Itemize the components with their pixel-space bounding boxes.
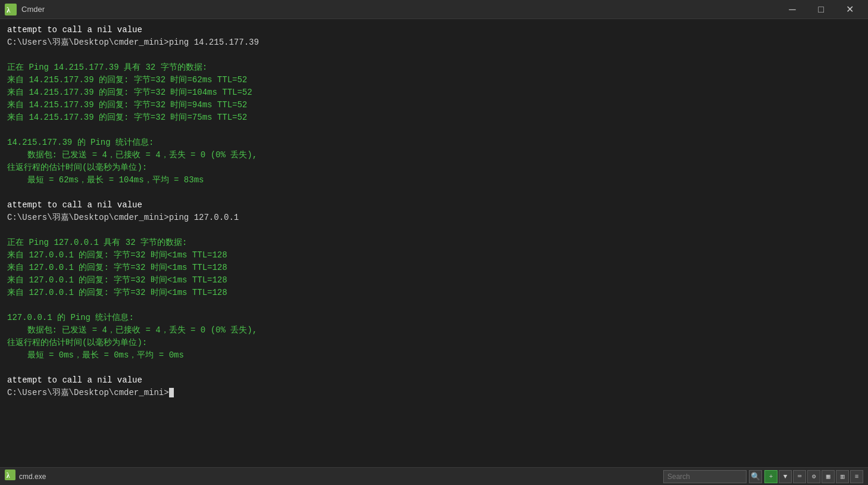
statusbar: λ cmd.exe 🔍 + ▼ ⌨ ⚙ ▦ ▥ ≡ [0,467,868,485]
terminal-line: attempt to call a nil value [7,374,861,387]
terminal-line: attempt to call a nil value [7,199,861,212]
window-controls: ─ □ ✕ [779,0,863,19]
terminal-line: C:\Users\羽嘉\Desktop\cmder_mini>ping 14.2… [7,36,861,49]
window-title: Cmder [21,5,779,14]
terminal-line: 14.215.177.39 的 Ping 统计信息: [7,136,861,149]
terminal-line [7,224,861,237]
search-input[interactable] [663,470,747,483]
tab-label[interactable]: cmd.exe [19,472,46,481]
split-v-button[interactable]: ▥ [836,470,849,483]
split-h-button[interactable]: ▦ [822,470,835,483]
terminal-line: C:\Users\羽嘉\Desktop\cmder_mini>ping 127.… [7,212,861,224]
maximize-button[interactable]: □ [807,0,835,19]
terminal-line: 往返行程的估计时间(以毫秒为单位): [7,337,861,349]
keyboard-icon-button[interactable]: ⌨ [793,470,806,483]
search-button[interactable]: 🔍 [749,470,762,483]
minimize-button[interactable]: ─ [779,0,806,19]
terminal-line: 来自 127.0.0.1 的回复: 字节=32 时间<1ms TTL=128 [7,262,861,274]
statusbar-right: 🔍 + ▼ ⌨ ⚙ ▦ ▥ ≡ [663,470,863,483]
terminal-line: 来自 14.215.177.39 的回复: 字节=32 时间=104ms TTL… [7,86,861,99]
terminal-line [7,186,861,199]
terminal-line: 来自 14.215.177.39 的回复: 字节=32 时间=75ms TTL=… [7,111,861,124]
titlebar: λ Cmder ─ □ ✕ [0,0,868,19]
terminal-line: attempt to call a nil value [7,24,861,36]
terminal-line: 数据包: 已发送 = 4，已接收 = 4，丢失 = 0 (0% 丢失), [7,149,861,161]
settings-icon-button[interactable]: ⚙ [807,470,820,483]
terminal-line [7,124,861,136]
terminal-line: 往返行程的估计时间(以毫秒为单位): [7,161,861,174]
cursor [169,388,174,397]
svg-text:λ: λ [7,5,11,14]
close-button[interactable]: ✕ [836,0,863,19]
terminal-output: attempt to call a nil valueC:\Users\羽嘉\D… [0,19,868,467]
terminal-line: 来自 14.215.177.39 的回复: 字节=32 时间=94ms TTL=… [7,99,861,111]
terminal-line: 最短 = 0ms，最长 = 0ms，平均 = 0ms [7,349,861,362]
terminal-line [7,362,861,374]
terminal-line: 数据包: 已发送 = 4，已接收 = 4，丢失 = 0 (0% 丢失), [7,324,861,337]
terminal-line: 来自 127.0.0.1 的回复: 字节=32 时间<1ms TTL=128 [7,249,861,262]
terminal-line: 来自 14.215.177.39 的回复: 字节=32 时间=62ms TTL=… [7,74,861,86]
terminal-line: 来自 127.0.0.1 的回复: 字节=32 时间<1ms TTL=128 [7,287,861,299]
svg-text:λ: λ [7,472,10,480]
statusbar-icons: + ▼ ⌨ ⚙ ▦ ▥ ≡ [764,470,863,483]
add-tab-button[interactable]: + [764,470,778,483]
more-button[interactable]: ≡ [850,470,863,483]
terminal-line: 正在 Ping 127.0.0.1 具有 32 字节的数据: [7,237,861,249]
terminal-line: 来自 127.0.0.1 的回复: 字节=32 时间<1ms TTL=128 [7,274,861,287]
terminal-line [7,49,861,61]
terminal-line: 最短 = 62ms，最长 = 104ms，平均 = 83ms [7,174,861,186]
terminal-line: 127.0.0.1 的 Ping 统计信息: [7,312,861,324]
terminal-line: 正在 Ping 14.215.177.39 具有 32 字节的数据: [7,61,861,74]
terminal-line [7,299,861,312]
titlebar-logo-icon: λ [5,4,17,15]
dropdown-button[interactable]: ▼ [779,470,792,483]
terminal-line: C:\Users\羽嘉\Desktop\cmder_mini> [7,387,861,399]
statusbar-logo-icon: λ [5,470,15,483]
